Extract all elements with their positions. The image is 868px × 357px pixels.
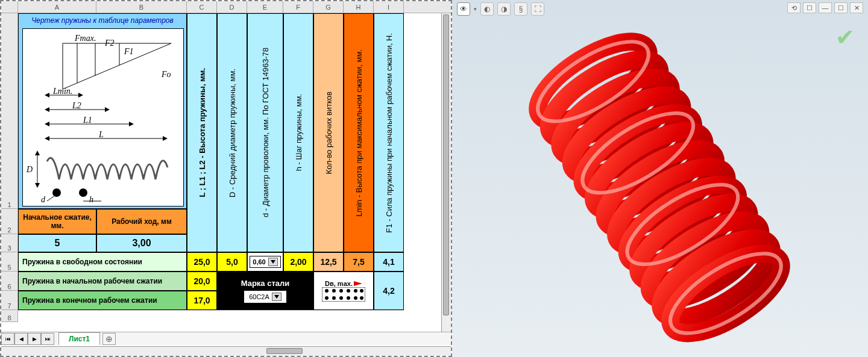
cell-D5[interactable]: 5,0	[217, 252, 247, 272]
svg-point-28	[332, 289, 336, 293]
checkmark-icon: ✔	[835, 24, 855, 51]
cell-C7[interactable]: 17,0	[187, 291, 217, 310]
cell-I67[interactable]: 4,2	[374, 272, 404, 310]
spring-cross-section-icon	[322, 287, 365, 302]
expand-icon[interactable]: ⛶	[531, 2, 544, 16]
col-header-F[interactable]: F	[283, 1, 313, 13]
hscroll-thumb[interactable]	[266, 348, 303, 354]
steel-label: Марка стали	[241, 279, 290, 288]
vheader-D[interactable]: D - Средний диаметр пружины, мм.	[217, 13, 247, 252]
cell-GH67[interactable]: Dв, max.	[313, 272, 374, 310]
col-header-A[interactable]: A	[18, 1, 96, 13]
spring-3d-render[interactable]	[488, 24, 826, 343]
col-header-I[interactable]: I	[374, 1, 404, 13]
cells-area: Чертеж пружины к таблице параметров	[18, 13, 421, 322]
spring-icon[interactable]: §	[514, 2, 527, 16]
row-header-7[interactable]: 7	[1, 291, 18, 310]
svg-marker-14	[129, 122, 134, 126]
sphere-icon[interactable]: ◐	[480, 2, 494, 16]
vheader-C[interactable]: L ; L1 ; L2 - Высота пружины, мм.	[187, 13, 217, 252]
cell-H5[interactable]: 7,5	[344, 252, 374, 272]
diagram-cell[interactable]: Чертеж пружины к таблице параметров	[18, 13, 187, 209]
svg-marker-10	[45, 107, 49, 112]
steel-grade-block: Марка стали 60С2А	[217, 272, 313, 310]
eye-icon[interactable]: 👁	[457, 2, 470, 16]
row-header-2[interactable]: 2	[1, 209, 18, 234]
vheader-I[interactable]: F1 - Сила пружины при начальном рабочем …	[374, 13, 404, 252]
lbl-h: h	[89, 195, 93, 205]
tab-first-icon[interactable]: ⏮	[1, 333, 14, 345]
sheet-tab-1[interactable]: Лист1	[58, 332, 100, 345]
select-all-cell[interactable]	[1, 1, 18, 13]
cell-F5[interactable]: 2,00	[283, 252, 313, 272]
lbl-fo: Fo	[162, 70, 171, 79]
dmax-label: Dв, max.	[325, 280, 353, 287]
tab-next-icon[interactable]: ▶	[28, 333, 41, 345]
lbl-d: d	[41, 195, 45, 205]
row-8[interactable]	[18, 310, 404, 322]
svg-marker-11	[105, 107, 110, 112]
vheader-E[interactable]: d - Диаметр проволоки, мм. По ГОСТ 14963…	[247, 13, 283, 252]
row-header-1[interactable]: 1	[1, 13, 18, 209]
sphere2-icon[interactable]: ◑	[497, 2, 511, 16]
cell-B2[interactable]: Рабочий ход, мм	[96, 209, 187, 234]
window-icon[interactable]: ☐	[803, 2, 816, 13]
restore-icon[interactable]: ⟲	[787, 2, 800, 13]
tab-prev-icon[interactable]: ◀	[14, 333, 28, 345]
lbl-lmin: Lmin.	[53, 87, 72, 96]
cell-AB7[interactable]: Пружина в конечном рабочем сжатии	[18, 291, 187, 310]
svg-point-29	[339, 289, 343, 293]
svg-point-27	[325, 289, 329, 293]
vertical-scrollbar[interactable]	[441, 13, 451, 332]
cell-AB5[interactable]: Пружина в свободном состоянии	[18, 252, 187, 272]
cell-E5-dropdown[interactable]: 0,60	[247, 252, 283, 272]
cell-I5[interactable]: 4,1	[374, 252, 404, 272]
cell-A3[interactable]: 5	[18, 234, 96, 252]
tab-nav-buttons: ⏮ ◀ ▶ ⏭	[1, 333, 58, 345]
row-header-6[interactable]: 6	[1, 272, 18, 291]
cell-C5[interactable]: 25,0	[187, 252, 217, 272]
wire-diameter-select[interactable]: 0,60	[250, 256, 280, 268]
row-header-8[interactable]: 8	[1, 310, 18, 322]
window-controls: ⟲ ☐ — ☐ ✕	[787, 2, 863, 13]
horizontal-scrollbar[interactable]	[1, 346, 451, 356]
lbl-l: L	[99, 130, 104, 140]
svg-marker-16	[45, 136, 49, 141]
arrow-right-icon	[354, 281, 362, 287]
sheet-tab-bar: ⏮ ◀ ▶ ⏭ Лист1 ⊕	[1, 332, 451, 345]
vscroll-thumb[interactable]	[443, 14, 449, 315]
cell-A2[interactable]: Начальное сжатие, мм.	[18, 209, 96, 234]
cell-B3[interactable]: 3,00	[96, 234, 187, 252]
cell-AB6[interactable]: Пружина в начальном рабочем сжатии	[18, 272, 187, 291]
svg-marker-19	[35, 151, 40, 155]
vheader-H[interactable]: Lmin - Высота при максимальном сжатии, м…	[344, 13, 374, 252]
row-headers: 1 2 3 5 6 7 8	[1, 13, 18, 322]
spring-sketch: Fmax. F2 F1 Fo Lmin. L2 L1 L D d h	[22, 28, 184, 206]
dropdown-arrow-icon[interactable]: ▾	[474, 6, 477, 12]
col-header-C[interactable]: C	[187, 1, 217, 13]
svg-marker-13	[45, 122, 49, 126]
col-header-B[interactable]: B	[96, 1, 187, 13]
col-header-G[interactable]: G	[313, 1, 344, 13]
col-header-H[interactable]: H	[344, 1, 374, 13]
svg-rect-26	[322, 287, 365, 302]
add-sheet-button[interactable]: ⊕	[102, 333, 116, 345]
svg-point-38	[360, 296, 363, 300]
vheader-F[interactable]: h - Шаг пружины, мм.	[283, 13, 313, 252]
maximize-icon[interactable]: ☐	[834, 2, 848, 13]
svg-point-33	[325, 296, 329, 300]
tab-last-icon[interactable]: ⏭	[41, 333, 54, 345]
col-header-E[interactable]: E	[247, 1, 283, 13]
wire-diameter-value: 0,60	[253, 258, 265, 265]
steel-grade-select[interactable]: 60С2А	[244, 290, 287, 303]
minimize-icon[interactable]: —	[819, 2, 832, 13]
close-icon[interactable]: ✕	[850, 2, 863, 13]
row-header-5[interactable]: 5	[1, 252, 18, 272]
cell-G5[interactable]: 12,5	[313, 252, 344, 272]
svg-marker-17	[163, 136, 168, 141]
row-header-3[interactable]: 3	[1, 234, 18, 252]
lbl-f2: F2	[105, 39, 115, 48]
col-header-D[interactable]: D	[217, 1, 247, 13]
vheader-G[interactable]: Кол-во рабочих витков	[313, 13, 344, 252]
cell-C6[interactable]: 20,0	[187, 272, 217, 291]
